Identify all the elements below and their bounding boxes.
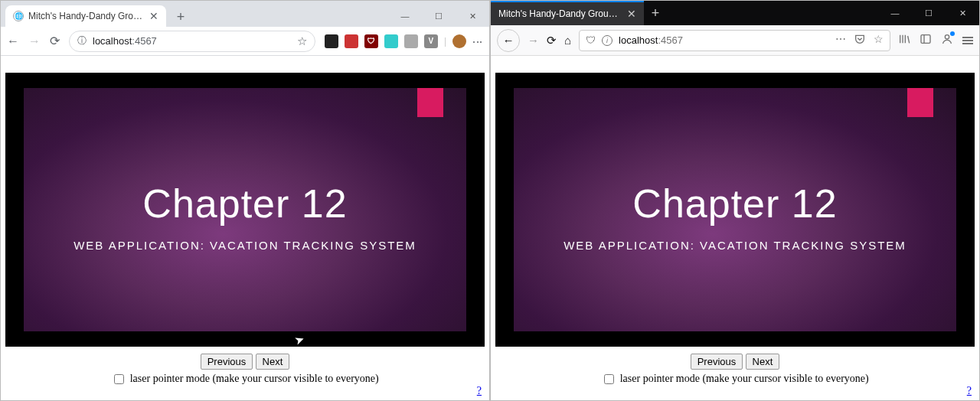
tab-close-icon[interactable]: ✕ [149, 11, 158, 21]
mouse-cursor-icon: ➤ [292, 331, 306, 347]
svg-rect-0 [921, 35, 930, 44]
previous-button[interactable]: Previous [201, 354, 253, 370]
new-tab-button[interactable]: + [171, 7, 191, 27]
more-actions-icon[interactable]: ⋯ [835, 33, 846, 47]
account-icon[interactable] [941, 33, 953, 47]
firefox-toolbar: ← → ⟳ ⌂ 🛡 i localhost:4567 ⋯ ☆ [491, 25, 979, 56]
maximize-button[interactable]: ☐ [422, 5, 456, 27]
svg-point-1 [945, 35, 949, 39]
chrome-menu-icon[interactable]: ⋮ [472, 37, 483, 45]
site-info-icon[interactable]: i [602, 35, 612, 46]
laser-pointer-label: laser pointer mode (make your cursor vis… [620, 373, 869, 384]
url-text: localhost:4567 [619, 34, 683, 46]
back-button[interactable]: ← [7, 34, 19, 48]
laser-pointer-row: laser pointer mode (make your cursor vis… [491, 372, 979, 386]
firefox-tool-row [898, 33, 973, 47]
accent-bar [417, 88, 443, 117]
firefox-tab[interactable]: Mitch's Handy-Dandy Group Powe ✕ [491, 1, 644, 25]
slide-frame: Chapter 12 WEB APPLICATION: VACATION TRA… [495, 73, 975, 347]
close-window-button[interactable]: ✕ [456, 5, 489, 27]
firefox-window-controls: — ☐ ✕ [878, 2, 979, 24]
chrome-tab-title: Mitch's Handy-Dandy Group Pow [28, 11, 145, 21]
address-bar[interactable]: ⓘ localhost:4567 ☆ [69, 31, 315, 52]
bookmark-star-icon[interactable]: ☆ [297, 34, 307, 48]
reload-button[interactable]: ⟳ [50, 34, 60, 48]
reload-button[interactable]: ⟳ [547, 34, 557, 47]
page-content: Chapter 12 WEB APPLICATION: VACATION TRA… [1, 56, 489, 400]
home-button[interactable]: ⌂ [564, 34, 571, 47]
firefox-menu-icon[interactable] [962, 37, 973, 44]
minimize-button[interactable]: — [388, 5, 422, 27]
help-link[interactable]: ? [477, 385, 482, 397]
extension-icon[interactable] [384, 34, 398, 48]
extension-icon[interactable] [345, 34, 358, 48]
slide: Chapter 12 WEB APPLICATION: VACATION TRA… [514, 88, 956, 331]
slide-subtitle: WEB APPLICATION: VACATION TRACKING SYSTE… [24, 239, 466, 252]
previous-button[interactable]: Previous [691, 354, 743, 370]
firefox-tab-title: Mitch's Handy-Dandy Group Powe [498, 8, 621, 19]
slide-frame: Chapter 12 WEB APPLICATION: VACATION TRA… [5, 73, 485, 347]
nav-controls: Previous Next [1, 354, 489, 370]
nav-controls: Previous Next [491, 354, 979, 370]
laser-pointer-row: laser pointer mode (make your cursor vis… [1, 372, 489, 386]
page-content: Chapter 12 WEB APPLICATION: VACATION TRA… [491, 56, 979, 400]
url-text: localhost:4567 [93, 35, 157, 47]
close-window-button[interactable]: ✕ [946, 2, 979, 24]
url-port: :4567 [132, 35, 157, 47]
laser-pointer-label: laser pointer mode (make your cursor vis… [130, 373, 379, 384]
new-tab-button[interactable]: + [644, 2, 667, 24]
laser-pointer-checkbox[interactable] [114, 374, 124, 384]
next-button[interactable]: Next [746, 354, 780, 370]
next-button[interactable]: Next [256, 354, 290, 370]
url-host: localhost [93, 35, 132, 47]
ublock-icon[interactable]: 🛡 [364, 34, 378, 48]
chrome-window: 🌐 Mitch's Handy-Dandy Group Pow ✕ + — ☐ … [0, 0, 490, 401]
chrome-window-controls: — ☐ ✕ [388, 5, 489, 27]
slide-title: Chapter 12 [24, 181, 466, 227]
extension-icon[interactable]: V [424, 34, 438, 48]
library-icon[interactable] [898, 33, 910, 47]
maximize-button[interactable]: ☐ [912, 2, 946, 24]
help-link[interactable]: ? [967, 385, 972, 397]
forward-button[interactable]: → [28, 34, 41, 48]
url-port: :4567 [658, 34, 683, 46]
forward-button[interactable]: → [528, 34, 539, 47]
slide-title: Chapter 12 [514, 181, 956, 227]
laser-pointer-checkbox[interactable] [604, 374, 614, 384]
shield-icon[interactable]: 🛡 [586, 34, 596, 46]
firefox-tabstrip: Mitch's Handy-Dandy Group Powe ✕ + — ☐ ✕ [491, 1, 979, 25]
extension-icon[interactable] [325, 34, 338, 48]
extension-icon[interactable] [404, 34, 418, 48]
chrome-tabstrip: 🌐 Mitch's Handy-Dandy Group Pow ✕ + — ☐ … [1, 1, 489, 27]
bookmark-star-icon[interactable]: ☆ [874, 33, 884, 47]
address-bar[interactable]: 🛡 i localhost:4567 ⋯ ☆ [579, 30, 890, 51]
pocket-icon[interactable] [854, 33, 866, 47]
accent-bar [907, 88, 933, 117]
minimize-button[interactable]: — [878, 2, 912, 24]
site-info-icon[interactable]: ⓘ [77, 34, 87, 47]
globe-icon: 🌐 [13, 11, 24, 21]
extensions-row: 🛡 V | ⋮ [325, 34, 483, 48]
slide-subtitle: WEB APPLICATION: VACATION TRACKING SYSTE… [514, 239, 956, 252]
back-button[interactable]: ← [497, 29, 520, 52]
sidebar-icon[interactable] [920, 33, 932, 47]
profile-avatar-icon[interactable] [452, 34, 466, 48]
url-host: localhost [619, 34, 658, 46]
chrome-toolbar: ← → ⟳ ⓘ localhost:4567 ☆ 🛡 V | ⋮ [1, 27, 489, 56]
chrome-tab[interactable]: 🌐 Mitch's Handy-Dandy Group Pow ✕ [5, 5, 166, 27]
firefox-window: Mitch's Handy-Dandy Group Powe ✕ + — ☐ ✕… [490, 0, 980, 401]
tab-close-icon[interactable]: ✕ [627, 8, 636, 20]
slide: Chapter 12 WEB APPLICATION: VACATION TRA… [24, 88, 466, 331]
